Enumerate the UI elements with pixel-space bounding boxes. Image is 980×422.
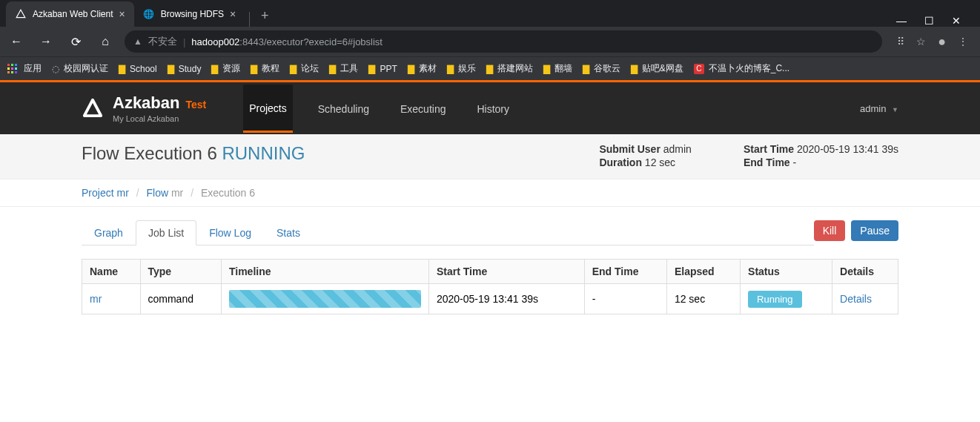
col-details: Details <box>832 260 898 284</box>
close-icon[interactable]: × <box>230 8 236 20</box>
insecure-icon: ▲ <box>133 36 142 47</box>
bookmark-item[interactable]: ▇School <box>119 64 157 74</box>
reload-icon[interactable]: ⟳ <box>65 35 86 49</box>
globe-icon: ◌ <box>52 64 59 74</box>
bookmark-item[interactable]: ▇搭建网站 <box>486 62 533 75</box>
minimize-icon[interactable]: — <box>896 15 907 27</box>
bookmark-item[interactable]: ▇PPT <box>368 64 397 74</box>
profile-icon[interactable]: ● <box>938 34 946 50</box>
browser-chrome: Azkaban Web Client × 🌐 Browsing HDFS × +… <box>0 0 980 80</box>
apps-button[interactable]: 应用 <box>7 62 42 75</box>
breadcrumb: Project mr / Flow mr / Execution 6 <box>0 179 980 207</box>
username: admin <box>860 103 886 114</box>
bookmark-item[interactable]: ▇Study <box>168 64 202 74</box>
bookmark-item[interactable]: ▇教程 <box>251 62 279 75</box>
breadcrumb-project[interactable]: Project mr <box>82 187 129 199</box>
tab-stats[interactable]: Stats <box>264 220 313 245</box>
globe-icon: 🌐 <box>143 8 155 20</box>
menu-icon[interactable]: ⋮ <box>958 36 968 47</box>
breadcrumb-flow[interactable]: Flow mr <box>146 187 183 199</box>
browser-tab-hdfs[interactable]: 🌐 Browsing HDFS × <box>134 1 245 27</box>
window-controls: — ☐ ✕ <box>883 15 974 27</box>
brand-sub: Test <box>185 99 206 111</box>
close-icon[interactable]: × <box>119 8 125 20</box>
browser-tab-azkaban[interactable]: Azkaban Web Client × <box>6 1 134 27</box>
bookmark-label: PPT <box>380 64 397 74</box>
folder-icon: ▇ <box>543 64 550 74</box>
page-title: Flow Execution 6 RUNNING <box>82 143 305 164</box>
translate-icon[interactable]: ⠿ <box>897 36 904 47</box>
bookmark-item[interactable]: ▇翻墙 <box>543 62 572 75</box>
timeline-progress <box>229 290 421 308</box>
bookmark-label: 翻墙 <box>554 62 572 75</box>
star-icon[interactable]: ☆ <box>916 36 926 47</box>
bookmark-label: 论坛 <box>301 62 319 75</box>
menu-history[interactable]: History <box>471 85 515 131</box>
tab-separator <box>249 12 250 27</box>
tab-title: Browsing HDFS <box>161 9 224 19</box>
folder-icon: ▇ <box>368 64 375 74</box>
folder-icon: ▇ <box>251 64 257 74</box>
details-link[interactable]: Details <box>840 293 872 305</box>
apps-label: 应用 <box>24 62 42 75</box>
meta-left: Submit User admin Duration 12 sec <box>599 143 692 170</box>
col-end-time: End Time <box>584 260 666 284</box>
url-host: hadoop002 <box>191 36 239 47</box>
home-icon[interactable]: ⌂ <box>95 35 116 48</box>
bookmark-label: 不温卜火的博客_C... <box>709 62 789 75</box>
maximize-icon[interactable]: ☐ <box>924 15 934 27</box>
svg-rect-5 <box>15 67 17 70</box>
bookmark-label: 娱乐 <box>458 62 476 75</box>
app-logo[interactable]: Azkaban Test My Local Azkaban <box>82 93 206 123</box>
col-type: Type <box>140 260 221 284</box>
menu-projects[interactable]: Projects <box>243 85 293 133</box>
col-elapsed: Elapsed <box>666 260 740 284</box>
site-icon: C <box>694 64 704 74</box>
bookmark-item[interactable]: ▇素材 <box>408 62 437 75</box>
bookmark-label: 工具 <box>340 62 358 75</box>
bookmark-item[interactable]: ▇资源 <box>211 62 240 75</box>
bookmark-bar: 应用 ◌校园网认证 ▇School ▇Study ▇资源 ▇教程 ▇论坛 ▇工具… <box>0 56 980 80</box>
tab-title: Azkaban Web Client <box>33 9 113 19</box>
content: Graph Job List Flow Log Stats Kill Pause… <box>0 207 980 328</box>
menu-executing[interactable]: Executing <box>394 85 451 131</box>
tab-flow-log[interactable]: Flow Log <box>196 220 264 245</box>
page-header: Flow Execution 6 RUNNING Submit User adm… <box>0 134 980 179</box>
job-end-time: - <box>584 284 666 314</box>
brand-name: Azkaban <box>113 93 179 112</box>
job-name-link[interactable]: mr <box>90 293 102 305</box>
svg-rect-8 <box>15 71 17 73</box>
bookmark-item[interactable]: ▇论坛 <box>290 62 319 75</box>
svg-rect-3 <box>7 67 10 70</box>
user-menu[interactable]: admin ▼ <box>860 103 898 114</box>
bookmark-item[interactable]: ▇谷歌云 <box>583 62 620 75</box>
tab-graph[interactable]: Graph <box>82 220 136 245</box>
tab-job-list[interactable]: Job List <box>136 220 196 245</box>
main-menu: Projects Scheduling Executing History <box>243 85 515 133</box>
nav-bar: ← → ⟳ ⌂ ▲ 不安全 | hadoop002:8443/executor?… <box>0 27 980 56</box>
close-window-icon[interactable]: ✕ <box>952 15 961 27</box>
tagline: My Local Azkaban <box>113 114 206 123</box>
pause-button[interactable]: Pause <box>851 220 898 241</box>
menu-scheduling[interactable]: Scheduling <box>312 85 375 131</box>
tab-bar: Azkaban Web Client × 🌐 Browsing HDFS × +… <box>0 0 980 27</box>
bookmark-item[interactable]: ◌校园网认证 <box>52 62 108 75</box>
back-icon[interactable]: ← <box>6 35 27 48</box>
kill-button[interactable]: Kill <box>814 220 846 241</box>
col-start-time: Start Time <box>428 260 584 284</box>
forward-icon[interactable]: → <box>36 35 56 48</box>
execution-status: RUNNING <box>222 143 305 163</box>
folder-icon: ▇ <box>583 64 589 74</box>
jobs-table: Name Type Timeline Start Time End Time E… <box>82 259 898 314</box>
bookmark-item[interactable]: ▇工具 <box>329 62 358 75</box>
bookmark-item[interactable]: ▇贴吧&网盘 <box>631 62 683 75</box>
bookmark-label: School <box>130 64 157 74</box>
url-bar[interactable]: ▲ 不安全 | hadoop002:8443/executor?execid=6… <box>125 30 882 53</box>
bookmark-item[interactable]: C不温卜火的博客_C... <box>694 62 789 75</box>
bookmark-item[interactable]: ▇娱乐 <box>447 62 476 75</box>
folder-icon: ▇ <box>211 64 218 74</box>
chevron-down-icon: ▼ <box>892 106 898 113</box>
folder-icon: ▇ <box>290 64 297 74</box>
bookmark-label: Study <box>179 64 202 74</box>
new-tab-button[interactable]: + <box>254 5 275 27</box>
